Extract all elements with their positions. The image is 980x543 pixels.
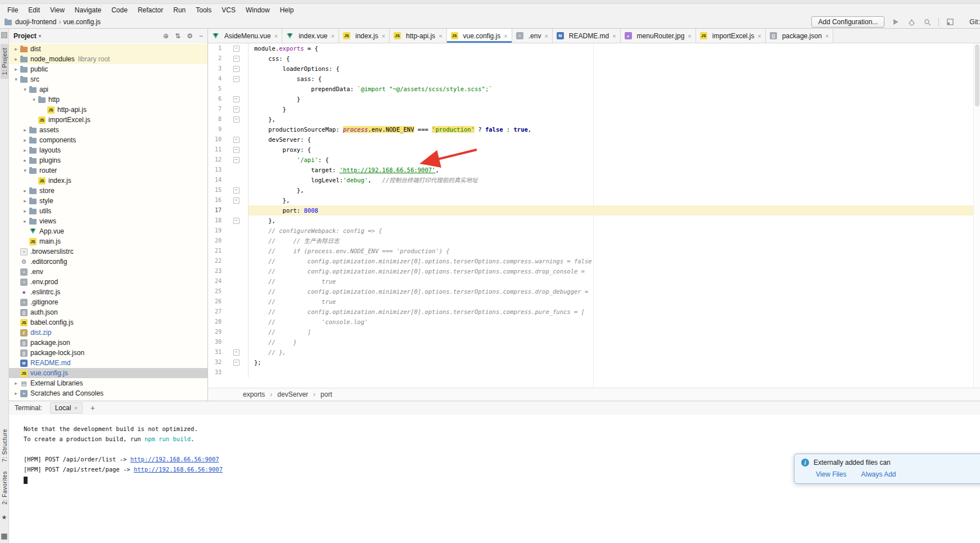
fold-icon[interactable]: − (233, 198, 240, 204)
code-line[interactable]: 26 // true (208, 297, 980, 307)
stripe-project-button[interactable]: 1: Project (1, 44, 8, 79)
code-line[interactable]: 16− }, (208, 195, 980, 205)
menu-file[interactable]: File (2, 6, 23, 14)
notification-action-view-files[interactable]: View Files (816, 470, 846, 478)
code-line[interactable]: 7− } (208, 104, 980, 114)
editor-scrollbar[interactable] (973, 43, 980, 388)
tab-readme-md[interactable]: MREADME.md× (553, 29, 621, 43)
chevron-right-icon[interactable]: ▸ (21, 198, 29, 204)
fold-icon[interactable]: − (233, 56, 240, 62)
menu-refactor[interactable]: Refactor (133, 6, 168, 14)
scrollbar-thumb[interactable] (975, 44, 979, 106)
toolwindow-switcher-icon[interactable] (1, 533, 7, 540)
tree-item-eslintrc-js[interactable]: ●.eslintrc.js (9, 287, 207, 297)
chevron-down-icon[interactable]: ▾ (21, 168, 29, 173)
code-line[interactable]: 23 // config.optimization.minimizer[0].o… (208, 266, 980, 276)
chevron-right-icon[interactable]: ▸ (12, 66, 20, 72)
close-icon[interactable]: × (688, 33, 691, 39)
chevron-right-icon[interactable]: ▸ (12, 380, 20, 386)
close-icon[interactable]: × (439, 33, 442, 39)
tree-item-gitignore[interactable]: ≡.gitignore (9, 297, 207, 307)
tree-item-store[interactable]: ▸store (9, 186, 207, 196)
tree-item-app-vue[interactable]: App.vue (9, 226, 207, 236)
close-icon[interactable]: × (612, 33, 616, 39)
tab-package-json[interactable]: {}package.json× (766, 29, 833, 43)
breadcrumb-exports[interactable]: exports (243, 391, 265, 398)
tree-item-auth-json[interactable]: {}auth.json (9, 307, 207, 317)
chevron-right-icon[interactable]: ▸ (21, 147, 29, 153)
code-line[interactable]: 33 (208, 367, 980, 378)
chevron-right-icon[interactable]: ▸ (12, 391, 20, 396)
code-line[interactable]: 3− loaderOptions: { (208, 64, 980, 74)
chevron-right-icon[interactable]: ▸ (21, 137, 29, 143)
menu-vcs[interactable]: VCS (216, 6, 241, 14)
chevron-right-icon[interactable]: ▸ (21, 188, 29, 194)
code-line[interactable]: 24 // true (208, 276, 980, 286)
tree-item-node-modules[interactable]: ▸node_moduleslibrary root (9, 54, 207, 64)
close-icon[interactable]: × (757, 33, 761, 39)
tab-menurouter-jpg[interactable]: ▴menuRouter.jpg× (621, 29, 696, 43)
chevron-down-icon[interactable]: ▾ (21, 87, 29, 92)
tree-item-router[interactable]: ▾router (9, 165, 207, 176)
code-line[interactable]: 15− }, (208, 185, 980, 195)
chevron-down-icon[interactable]: ▾ (12, 77, 20, 82)
tool-windows-icon[interactable] (946, 17, 955, 26)
new-terminal-icon[interactable]: + (91, 403, 95, 412)
tree-item-index-js[interactable]: JSindex.js (9, 176, 207, 186)
tree-item-external-libraries[interactable]: ▸▤External Libraries (9, 378, 207, 388)
code-line[interactable]: 13 target: 'http://192.168.66.56:9007', (208, 165, 980, 175)
breadcrumb-project[interactable]: duoji-frontend (15, 18, 56, 26)
hide-panel-icon[interactable]: − (199, 32, 203, 40)
tree-item-src[interactable]: ▾src (9, 74, 207, 84)
menu-edit[interactable]: Edit (23, 6, 45, 14)
tree-item-editorconfig[interactable]: ⚙.editorconfig (9, 257, 207, 267)
tree-item-scratches-and-consoles[interactable]: ▸»Scratches and Consoles (9, 388, 207, 398)
fold-icon[interactable]: − (233, 76, 240, 82)
code-line[interactable]: 9 productionSourceMap: process.env.NODE_… (208, 124, 980, 134)
breadcrumb-devserver[interactable]: devServer (277, 391, 308, 398)
editor-pane[interactable]: 1−module.exports = {2− css: {3− loaderOp… (208, 43, 980, 388)
close-icon[interactable]: × (74, 405, 77, 411)
add-configuration-button[interactable]: Add Configuration... (811, 16, 884, 28)
stripe-favorites-button[interactable]: 2: Favorites (1, 471, 8, 505)
tool-window-icon[interactable] (1, 32, 7, 38)
tree-item-public[interactable]: ▸public (9, 64, 207, 74)
code-line[interactable]: 10− devServer: { (208, 134, 980, 145)
fold-icon[interactable]: − (233, 157, 240, 163)
menu-tools[interactable]: Tools (191, 6, 216, 14)
code-line[interactable]: 14 logLevel:'debug', //控制台终端打印代理前的真实地址 (208, 175, 980, 185)
project-view-selector[interactable]: Project (13, 32, 37, 40)
fold-icon[interactable]: − (233, 46, 240, 52)
tab-index-vue[interactable]: index.vue× (282, 29, 339, 43)
tree-item-http[interactable]: ▾http (9, 95, 207, 105)
stripe-structure-button[interactable]: 7: Structure (1, 429, 8, 462)
close-icon[interactable]: × (825, 33, 829, 39)
tree-item-utils[interactable]: ▸utils (9, 206, 207, 216)
chevron-down-icon[interactable]: ▾ (30, 97, 38, 102)
fold-icon[interactable]: − (233, 187, 240, 194)
breadcrumb-port[interactable]: port (320, 391, 332, 398)
code-line[interactable]: 5 prependData: `@import "~@/assets/scss/… (208, 84, 980, 94)
code-line[interactable]: 4− sass: { (208, 74, 980, 84)
menu-navigate[interactable]: Navigate (70, 6, 106, 14)
fold-icon[interactable]: − (233, 147, 240, 153)
tree-item-api[interactable]: ▾api (9, 84, 207, 95)
code-line[interactable]: 17 port: 8008 (208, 205, 980, 216)
menu-view[interactable]: View (45, 6, 70, 14)
code-hyperlink[interactable]: 'http://192.168.66.56:9007' (340, 167, 436, 173)
code-line[interactable]: 19 // configureWebpack: config => { (208, 226, 980, 236)
code-line[interactable]: 28 // 'console.log' (208, 317, 980, 327)
debug-icon[interactable] (907, 17, 916, 26)
tree-item-importexcel-js[interactable]: JSimportExcel.js (9, 115, 207, 125)
terminal-tab-local[interactable]: Local × (50, 402, 83, 414)
search-icon[interactable] (923, 17, 932, 26)
tab-vue-config-js[interactable]: JSvue.config.js× (447, 29, 512, 43)
tree-item-style[interactable]: ▸style (9, 196, 207, 206)
code-line[interactable]: 11− proxy: { (208, 145, 980, 155)
git-widget-label[interactable]: Git: (969, 18, 980, 26)
tree-item-readme-md[interactable]: MREADME.md (9, 358, 207, 368)
tab-env[interactable]: ≡.env× (512, 29, 553, 43)
tree-item-plugins[interactable]: ▸plugins (9, 155, 207, 165)
code-line[interactable]: 18− }, (208, 216, 980, 226)
tab-importexcel-js[interactable]: JSimportExcel.js× (696, 29, 766, 43)
